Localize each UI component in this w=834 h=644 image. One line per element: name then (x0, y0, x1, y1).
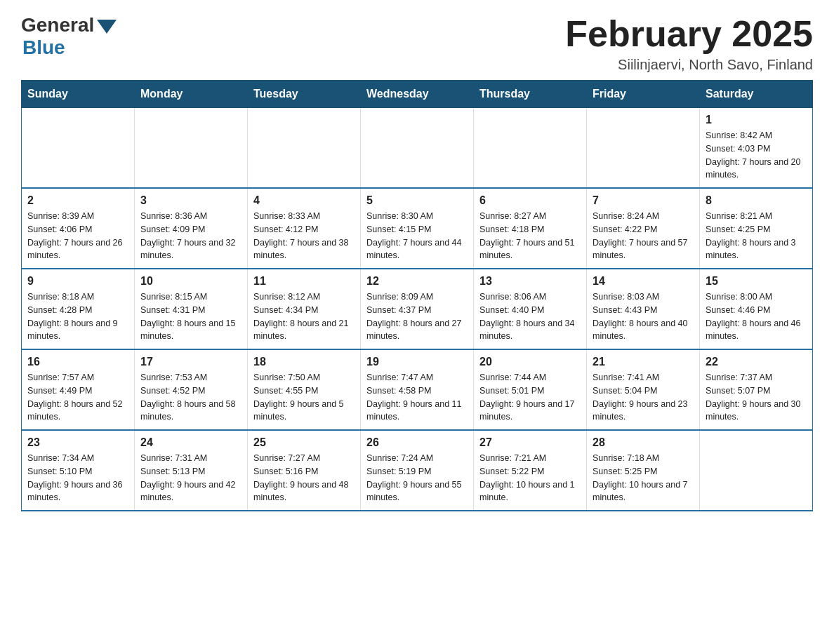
logo-blue-text: Blue (22, 36, 65, 59)
calendar-cell-w5-d1: 23Sunrise: 7:34 AMSunset: 5:10 PMDayligh… (22, 430, 135, 511)
calendar-cell-w2-d5: 6Sunrise: 8:27 AMSunset: 4:18 PMDaylight… (474, 188, 587, 269)
calendar-cell-w5-d7 (700, 430, 813, 511)
day-info: Sunrise: 8:03 AMSunset: 4:43 PMDaylight:… (593, 290, 694, 343)
calendar-cell-w3-d5: 13Sunrise: 8:06 AMSunset: 4:40 PMDayligh… (474, 269, 587, 349)
calendar-cell-w3-d1: 9Sunrise: 8:18 AMSunset: 4:28 PMDaylight… (22, 269, 135, 349)
day-number: 27 (479, 436, 581, 449)
calendar-week-2: 2Sunrise: 8:39 AMSunset: 4:06 PMDaylight… (22, 188, 813, 269)
day-info: Sunrise: 8:15 AMSunset: 4:31 PMDaylight:… (140, 290, 241, 343)
day-info: Sunrise: 8:06 AMSunset: 4:40 PMDaylight:… (479, 290, 581, 343)
day-number: 13 (479, 275, 581, 288)
header-saturday: Saturday (700, 81, 813, 108)
day-info: Sunrise: 7:37 AMSunset: 5:07 PMDaylight:… (706, 371, 807, 424)
calendar-cell-w5-d2: 24Sunrise: 7:31 AMSunset: 5:13 PMDayligh… (135, 430, 248, 511)
header-tuesday: Tuesday (248, 81, 361, 108)
day-number: 1 (706, 114, 807, 126)
calendar-table: Sunday Monday Tuesday Wednesday Thursday… (21, 80, 813, 511)
calendar-cell-w2-d3: 4Sunrise: 8:33 AMSunset: 4:12 PMDaylight… (248, 188, 361, 269)
calendar-cell-w3-d3: 11Sunrise: 8:12 AMSunset: 4:34 PMDayligh… (248, 269, 361, 349)
calendar-cell-w4-d5: 20Sunrise: 7:44 AMSunset: 5:01 PMDayligh… (474, 349, 587, 430)
day-info: Sunrise: 8:09 AMSunset: 4:37 PMDaylight:… (366, 290, 468, 343)
day-info: Sunrise: 7:21 AMSunset: 5:22 PMDaylight:… (479, 452, 581, 504)
day-number: 12 (366, 275, 468, 288)
day-number: 20 (479, 356, 581, 368)
day-info: Sunrise: 7:57 AMSunset: 4:49 PMDaylight:… (27, 371, 128, 424)
day-info: Sunrise: 7:41 AMSunset: 5:04 PMDaylight:… (593, 371, 694, 424)
calendar-cell-w1-d2 (135, 108, 248, 189)
calendar-cell-w1-d3 (248, 108, 361, 189)
calendar-cell-w3-d4: 12Sunrise: 8:09 AMSunset: 4:37 PMDayligh… (361, 269, 474, 349)
header-monday: Monday (135, 81, 248, 108)
calendar-cell-w5-d4: 26Sunrise: 7:24 AMSunset: 5:19 PMDayligh… (361, 430, 474, 511)
calendar-cell-w1-d4 (361, 108, 474, 189)
day-number: 26 (366, 436, 468, 449)
day-info: Sunrise: 8:39 AMSunset: 4:06 PMDaylight:… (27, 210, 128, 262)
calendar-cell-w2-d2: 3Sunrise: 8:36 AMSunset: 4:09 PMDaylight… (135, 188, 248, 269)
calendar-cell-w4-d2: 17Sunrise: 7:53 AMSunset: 4:52 PMDayligh… (135, 349, 248, 430)
day-info: Sunrise: 8:27 AMSunset: 4:18 PMDaylight:… (479, 210, 581, 262)
page-header: General Blue February 2025 Siilinjaervi,… (21, 14, 813, 73)
header-wednesday: Wednesday (361, 81, 474, 108)
day-info: Sunrise: 8:33 AMSunset: 4:12 PMDaylight:… (253, 210, 355, 262)
calendar-cell-w5-d3: 25Sunrise: 7:27 AMSunset: 5:16 PMDayligh… (248, 430, 361, 511)
day-number: 3 (140, 194, 241, 207)
day-number: 5 (366, 194, 468, 207)
day-info: Sunrise: 8:24 AMSunset: 4:22 PMDaylight:… (593, 210, 694, 262)
day-number: 7 (593, 194, 694, 207)
day-info: Sunrise: 8:36 AMSunset: 4:09 PMDaylight:… (140, 210, 241, 262)
calendar-cell-w4-d6: 21Sunrise: 7:41 AMSunset: 5:04 PMDayligh… (587, 349, 700, 430)
calendar-week-1: 1Sunrise: 8:42 AMSunset: 4:03 PMDaylight… (22, 108, 813, 189)
calendar-week-4: 16Sunrise: 7:57 AMSunset: 4:49 PMDayligh… (22, 349, 813, 430)
month-title: February 2025 (565, 14, 813, 54)
day-info: Sunrise: 8:18 AMSunset: 4:28 PMDaylight:… (27, 290, 128, 343)
day-number: 23 (27, 436, 128, 449)
calendar-header-row: Sunday Monday Tuesday Wednesday Thursday… (22, 81, 813, 108)
calendar-cell-w4-d4: 19Sunrise: 7:47 AMSunset: 4:58 PMDayligh… (361, 349, 474, 430)
day-number: 16 (27, 356, 128, 368)
calendar-cell-w2-d1: 2Sunrise: 8:39 AMSunset: 4:06 PMDaylight… (22, 188, 135, 269)
calendar-cell-w1-d7: 1Sunrise: 8:42 AMSunset: 4:03 PMDaylight… (700, 108, 813, 189)
calendar-week-3: 9Sunrise: 8:18 AMSunset: 4:28 PMDaylight… (22, 269, 813, 349)
title-area: February 2025 Siilinjaervi, North Savo, … (565, 14, 813, 73)
logo: General Blue (21, 14, 117, 59)
day-number: 10 (140, 275, 241, 288)
day-number: 15 (706, 275, 807, 288)
logo-general-text: General (21, 14, 94, 36)
calendar-cell-w5-d5: 27Sunrise: 7:21 AMSunset: 5:22 PMDayligh… (474, 430, 587, 511)
calendar-cell-w1-d5 (474, 108, 587, 189)
day-info: Sunrise: 7:44 AMSunset: 5:01 PMDaylight:… (479, 371, 581, 424)
day-info: Sunrise: 8:42 AMSunset: 4:03 PMDaylight:… (706, 129, 807, 182)
calendar-cell-w1-d1 (22, 108, 135, 189)
calendar-cell-w4-d3: 18Sunrise: 7:50 AMSunset: 4:55 PMDayligh… (248, 349, 361, 430)
header-sunday: Sunday (22, 81, 135, 108)
day-number: 2 (27, 194, 128, 207)
calendar-cell-w2-d6: 7Sunrise: 8:24 AMSunset: 4:22 PMDaylight… (587, 188, 700, 269)
day-number: 6 (479, 194, 581, 207)
day-number: 4 (253, 194, 355, 207)
logo-triangle-icon (97, 20, 117, 34)
day-info: Sunrise: 7:27 AMSunset: 5:16 PMDaylight:… (253, 452, 355, 504)
day-number: 9 (27, 275, 128, 288)
day-info: Sunrise: 8:21 AMSunset: 4:25 PMDaylight:… (706, 210, 807, 262)
calendar-cell-w2-d7: 8Sunrise: 8:21 AMSunset: 4:25 PMDaylight… (700, 188, 813, 269)
day-info: Sunrise: 8:30 AMSunset: 4:15 PMDaylight:… (366, 210, 468, 262)
day-info: Sunrise: 7:31 AMSunset: 5:13 PMDaylight:… (140, 452, 241, 504)
day-number: 24 (140, 436, 241, 449)
day-number: 8 (706, 194, 807, 207)
header-thursday: Thursday (474, 81, 587, 108)
day-number: 25 (253, 436, 355, 449)
day-number: 22 (706, 356, 807, 368)
day-number: 21 (593, 356, 694, 368)
day-info: Sunrise: 8:00 AMSunset: 4:46 PMDaylight:… (706, 290, 807, 343)
day-number: 14 (593, 275, 694, 288)
day-info: Sunrise: 7:50 AMSunset: 4:55 PMDaylight:… (253, 371, 355, 424)
day-number: 18 (253, 356, 355, 368)
day-number: 17 (140, 356, 241, 368)
day-info: Sunrise: 8:12 AMSunset: 4:34 PMDaylight:… (253, 290, 355, 343)
header-friday: Friday (587, 81, 700, 108)
calendar-week-5: 23Sunrise: 7:34 AMSunset: 5:10 PMDayligh… (22, 430, 813, 511)
day-info: Sunrise: 7:24 AMSunset: 5:19 PMDaylight:… (366, 452, 468, 504)
calendar-cell-w4-d7: 22Sunrise: 7:37 AMSunset: 5:07 PMDayligh… (700, 349, 813, 430)
calendar-cell-w3-d6: 14Sunrise: 8:03 AMSunset: 4:43 PMDayligh… (587, 269, 700, 349)
day-number: 11 (253, 275, 355, 288)
